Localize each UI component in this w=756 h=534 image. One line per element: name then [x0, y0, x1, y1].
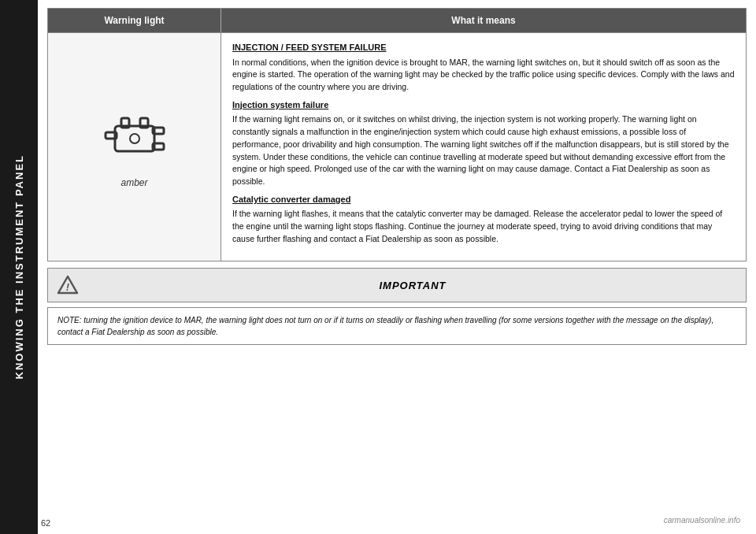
meaning-cell: INJECTION / FEED SYSTEM FAILURE In norma…	[221, 33, 746, 261]
warning-light-cell: amber	[48, 33, 221, 261]
col-warning-light: Warning light	[48, 9, 221, 32]
note-text: NOTE: turning the ignition device to MAR…	[57, 316, 713, 336]
col-what-it-means: What it means	[221, 9, 746, 32]
sidebar-title: KNOWING THE INSTRUMENT PANEL	[13, 154, 25, 379]
main-content: Warning light What it means	[38, 0, 756, 534]
section3-text: If the warning light flashes, it means t…	[232, 208, 735, 245]
amber-label: amber	[120, 177, 147, 188]
section3-title: Catalytic converter damaged	[232, 193, 735, 206]
section2-text: If the warning light remains on, or it s…	[232, 113, 735, 188]
section1-text: In normal conditions, when the ignition …	[232, 57, 735, 94]
important-label: IMPORTANT	[87, 280, 738, 291]
section2-title: Injection system failure	[232, 98, 735, 112]
watermark: carmanualsonline.info	[664, 516, 740, 525]
section1-title: INJECTION / FEED SYSTEM FAILURE	[232, 41, 735, 54]
page-number: 62	[41, 518, 50, 528]
note-section: NOTE: turning the ignition device to MAR…	[47, 307, 747, 345]
table-header: Warning light What it means	[47, 8, 747, 33]
svg-point-6	[130, 134, 139, 143]
svg-rect-0	[115, 126, 154, 151]
important-section: ! IMPORTANT	[47, 268, 747, 302]
warning-triangle-svg: !	[57, 274, 79, 296]
engine-warning-icon	[95, 106, 174, 169]
table-body: amber INJECTION / FEED SYSTEM FAILURE In…	[47, 33, 747, 261]
sidebar: KNOWING THE INSTRUMENT PANEL	[0, 0, 38, 534]
important-icon: !	[56, 273, 80, 297]
svg-text:!: !	[66, 281, 70, 293]
engine-svg	[99, 110, 170, 165]
